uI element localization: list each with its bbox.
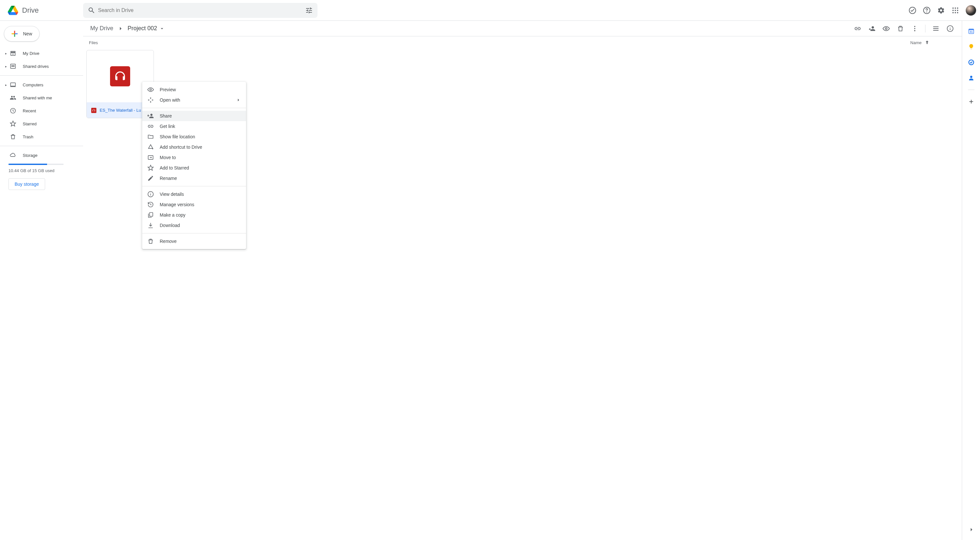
context-menu: Preview Open with Share Get link: [142, 82, 246, 249]
product-name: Drive: [22, 6, 39, 14]
svg-point-5: [957, 8, 958, 9]
svg-point-6: [952, 10, 954, 11]
svg-point-17: [885, 28, 887, 30]
svg-point-8: [957, 10, 958, 11]
new-button[interactable]: New: [4, 26, 40, 41]
ctx-manage-versions[interactable]: Manage versions: [142, 199, 246, 210]
svg-text:31: 31: [970, 30, 973, 33]
expand-icon[interactable]: ▸: [3, 65, 9, 68]
collapse-panel-icon[interactable]: [965, 523, 978, 536]
ctx-open-with[interactable]: Open with: [142, 95, 246, 105]
sort-by-name[interactable]: Name: [910, 40, 956, 45]
buy-storage-button[interactable]: Buy storage: [8, 178, 45, 190]
ctx-preview[interactable]: Preview: [142, 84, 246, 95]
svg-point-11: [957, 12, 958, 13]
preview-icon[interactable]: [880, 22, 892, 35]
search-input[interactable]: [98, 8, 302, 13]
sidebar-item-trash[interactable]: Trash: [0, 130, 83, 143]
svg-rect-15: [11, 83, 16, 86]
move-icon: [147, 154, 154, 161]
sidebar-item-shared-with-me[interactable]: Shared with me: [0, 91, 83, 104]
breadcrumb-root[interactable]: My Drive: [88, 24, 115, 33]
files-area[interactable]: ES_The Waterfall - Lu Preview Open with: [83, 49, 962, 540]
list-view-icon[interactable]: [929, 22, 942, 35]
sidebar-item-starred[interactable]: Starred: [0, 117, 83, 130]
sidebar-item-storage[interactable]: Storage: [0, 149, 83, 162]
account-avatar[interactable]: [966, 5, 976, 16]
storage-text: 10.44 GB of 15 GB used: [8, 168, 75, 173]
ctx-add-starred[interactable]: Add to Starred: [142, 162, 246, 173]
ctx-show-location[interactable]: Show file location: [142, 132, 246, 142]
search-bar[interactable]: [83, 3, 317, 18]
breadcrumb: My Drive Project 002: [88, 24, 167, 33]
file-name: ES_The Waterfall - Lu: [100, 108, 141, 113]
svg-point-20: [914, 30, 915, 31]
star-icon: [147, 165, 154, 171]
logo-area[interactable]: Drive: [3, 4, 83, 17]
nav-label: Shared drives: [23, 64, 49, 69]
sidebar-item-my-drive[interactable]: ▸ My Drive: [0, 47, 83, 60]
sidebar-item-computers[interactable]: ▸ Computers: [0, 78, 83, 91]
audio-file-icon: [110, 66, 130, 86]
nav-label: My Drive: [23, 51, 39, 56]
support-icon[interactable]: [920, 4, 933, 17]
expand-icon[interactable]: ▸: [3, 83, 9, 87]
keep-app-icon[interactable]: [965, 40, 978, 53]
search-options-icon[interactable]: [302, 4, 315, 17]
settings-icon[interactable]: [935, 4, 948, 17]
expand-icon[interactable]: ▸: [3, 52, 9, 55]
nav-label: Recent: [23, 108, 36, 113]
breadcrumb-current[interactable]: Project 002: [126, 24, 167, 33]
sidebar-item-shared-drives[interactable]: ▸ Shared drives: [0, 60, 83, 73]
offline-ready-icon[interactable]: [906, 4, 919, 17]
share-icon[interactable]: [865, 22, 878, 35]
recent-icon: [9, 107, 17, 115]
storage-bar: [8, 164, 64, 165]
link-icon: [147, 123, 154, 129]
search-icon[interactable]: [85, 4, 98, 17]
arrow-up-icon: [924, 40, 930, 45]
download-icon: [147, 222, 154, 229]
open-with-icon: [147, 97, 154, 103]
ctx-rename[interactable]: Rename: [142, 173, 246, 183]
sidebar-item-recent[interactable]: Recent: [0, 104, 83, 117]
person-add-icon: [147, 113, 154, 119]
ctx-remove[interactable]: Remove: [142, 236, 246, 247]
drive-shortcut-icon: [147, 144, 154, 150]
nav-label: Storage: [23, 153, 38, 158]
add-app-icon[interactable]: [965, 95, 978, 108]
drive-logo-icon: [6, 4, 19, 17]
ctx-view-details[interactable]: View details: [142, 189, 246, 199]
svg-point-3: [952, 8, 954, 9]
svg-point-7: [955, 10, 956, 11]
apps-icon[interactable]: [949, 4, 962, 17]
files-heading: Files: [89, 40, 98, 45]
ctx-get-link[interactable]: Get link: [142, 121, 246, 132]
pencil-icon: [147, 175, 154, 182]
contacts-app-icon[interactable]: [965, 72, 978, 84]
audio-file-small-icon: [91, 108, 96, 113]
ctx-share[interactable]: Share: [142, 111, 246, 121]
copy-icon: [147, 212, 154, 218]
ctx-add-shortcut[interactable]: Add shortcut to Drive: [142, 142, 246, 152]
trash-icon: [9, 133, 17, 140]
info-icon: [147, 191, 154, 198]
details-icon[interactable]: [943, 22, 957, 35]
calendar-app-icon[interactable]: 31: [965, 25, 978, 38]
more-actions-icon[interactable]: [908, 22, 921, 35]
storage-icon: [9, 151, 17, 159]
get-link-icon[interactable]: [851, 22, 864, 35]
nav-label: Starred: [23, 121, 37, 126]
tasks-app-icon[interactable]: [965, 56, 978, 69]
shared-with-me-icon: [9, 94, 17, 102]
svg-point-13: [12, 65, 13, 67]
ctx-download[interactable]: Download: [142, 220, 246, 231]
ctx-move-to[interactable]: Move to: [142, 152, 246, 162]
svg-rect-27: [969, 29, 974, 30]
remove-icon[interactable]: [894, 22, 907, 35]
svg-rect-12: [11, 64, 16, 68]
shared-drives-icon: [9, 62, 17, 70]
list-header: Files Name: [83, 37, 962, 49]
starred-icon: [9, 120, 17, 127]
ctx-make-copy[interactable]: Make a copy: [142, 210, 246, 220]
